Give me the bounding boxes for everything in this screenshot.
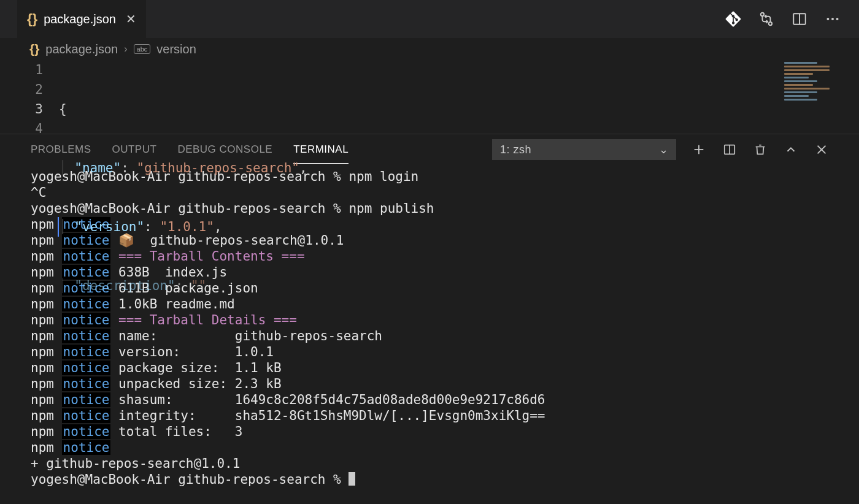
terminal-value: 2.3 kB	[235, 376, 282, 391]
npm-notice: notice	[62, 440, 111, 455]
editor-tabs: {} package.json ✕	[0, 0, 146, 38]
npm-prefix: npm	[31, 297, 54, 311]
chevron-down-icon: ⌄	[659, 143, 669, 156]
terminal-label: package size:	[118, 361, 235, 375]
title-bar: {} package.json ✕	[0, 0, 859, 38]
terminal-value: 1649c8c208f5d4c75ad08ade8d00e9e9217c86d6	[235, 392, 545, 407]
more-actions-icon[interactable]	[825, 11, 841, 27]
terminal-selector-label: 1: zsh	[500, 143, 531, 156]
svg-point-6	[836, 18, 839, 20]
terminal-value: 1.1 kB	[235, 361, 282, 375]
terminal-value: sha512-8Gt1ShsM9Dlw/[...]Evsgn0m3xiKlg==	[235, 408, 545, 423]
new-terminal-icon[interactable]	[692, 143, 706, 156]
close-icon[interactable]: ✕	[126, 12, 136, 26]
terminal-value: 1.0.1	[235, 345, 274, 359]
npm-prefix: npm	[31, 329, 54, 343]
line-number: 2	[0, 80, 43, 99]
line-numbers: 1 2 3 4	[0, 60, 59, 134]
trash-icon[interactable]	[753, 143, 767, 156]
npm-prefix: npm	[31, 217, 54, 232]
split-terminal-icon[interactable]	[723, 143, 736, 156]
npm-prefix: npm	[31, 345, 54, 359]
panel-actions: 1: zsh ⌄	[492, 139, 828, 160]
json-file-icon: {}	[29, 42, 39, 56]
npm-notice: notice	[62, 408, 111, 423]
npm-notice: notice	[62, 392, 111, 407]
npm-prefix: npm	[31, 408, 54, 423]
prompt-sep: %	[333, 472, 341, 487]
split-editor-icon[interactable]	[792, 11, 807, 27]
title-actions	[725, 11, 849, 27]
prompt-sep: %	[333, 201, 341, 216]
npm-prefix: npm	[31, 233, 54, 248]
line-number: 4	[0, 119, 43, 139]
chevron-up-icon[interactable]	[784, 143, 798, 156]
editor[interactable]: 1 2 3 4 { │ "name": "github-repos-search…	[0, 60, 859, 134]
line-number: 3	[0, 99, 43, 119]
code-token: ""	[191, 278, 206, 293]
terminal-selector[interactable]: 1: zsh ⌄	[492, 139, 676, 160]
terminal-cancel: ^C	[31, 185, 46, 200]
npm-prefix: npm	[31, 313, 54, 327]
tab-filename: package.json	[44, 12, 116, 26]
terminal-command: npm publish	[349, 201, 434, 216]
npm-prefix: npm	[31, 361, 54, 375]
npm-prefix: npm	[31, 440, 54, 455]
code-token: "github-repos-search"	[136, 161, 299, 175]
terminal-label: version:	[118, 345, 235, 359]
terminal-value: 3	[235, 424, 243, 439]
terminal-label: shasum:	[118, 392, 235, 407]
prompt-sep: %	[333, 169, 341, 184]
prompt-dir: github-repos-search	[178, 472, 325, 487]
terminal-command: npm login	[349, 169, 418, 184]
prompt-user: yogesh@MacBook-Air	[31, 472, 171, 487]
git-icon[interactable]	[725, 11, 741, 27]
close-panel-icon[interactable]	[815, 143, 828, 156]
breadcrumb-file: package.json	[45, 42, 118, 56]
code-token: "name"	[74, 161, 121, 175]
minimap[interactable]	[777, 60, 859, 134]
code-token: "1.0.1"	[160, 220, 214, 234]
json-file-icon: {}	[27, 11, 37, 27]
npm-prefix: npm	[31, 392, 54, 407]
svg-point-4	[826, 18, 829, 20]
terminal-result: + github-repos-search@1.0.1	[31, 456, 240, 471]
terminal-cursor	[349, 472, 355, 486]
svg-point-5	[831, 18, 834, 20]
npm-prefix: npm	[31, 249, 54, 264]
npm-prefix: npm	[31, 424, 54, 439]
svg-point-1	[769, 22, 772, 25]
tab-package-json[interactable]: {} package.json ✕	[17, 0, 146, 38]
code-content[interactable]: { │ "name": "github-repos-search", │ "ve…	[59, 60, 307, 134]
npm-prefix: npm	[31, 376, 54, 391]
npm-prefix: npm	[31, 281, 54, 296]
code-token: "version"	[74, 220, 144, 234]
compare-changes-icon[interactable]	[758, 11, 774, 27]
npm-prefix: npm	[31, 265, 54, 280]
string-symbol-icon: abc	[134, 44, 151, 54]
line-number: 1	[0, 60, 43, 80]
npm-notice: notice	[62, 345, 111, 359]
terminal-label: unpacked size:	[118, 376, 235, 391]
chevron-right-icon: ›	[124, 44, 127, 55]
npm-notice: notice	[62, 361, 111, 375]
code-token: {	[59, 102, 67, 116]
breadcrumb-segment: version	[156, 42, 196, 56]
terminal-label: integrity:	[118, 408, 235, 423]
npm-notice: notice	[62, 424, 111, 439]
terminal-label: total files:	[118, 424, 235, 439]
svg-point-0	[761, 13, 764, 16]
npm-notice: notice	[62, 376, 111, 391]
breadcrumb[interactable]: {} package.json › abc version	[0, 38, 859, 60]
code-token: "description"	[74, 278, 175, 293]
